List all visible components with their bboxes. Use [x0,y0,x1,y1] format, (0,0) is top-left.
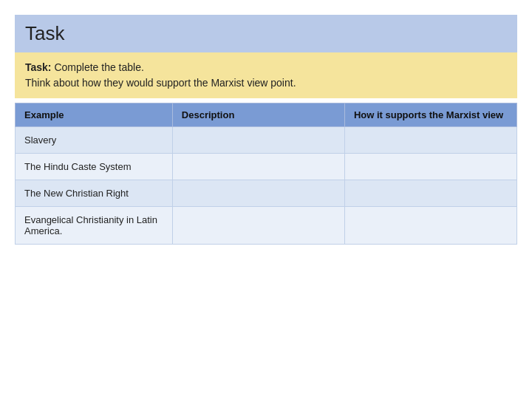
col-header-description: Description [172,103,344,127]
table-row: The Hindu Caste System [16,154,517,180]
page-title: Task [25,22,507,45]
instruction-bold-prefix: Task: [25,61,52,73]
page-container: Task Task: Complete the table. Think abo… [15,15,517,245]
table-cell-r3-c0: Evangelical Christianity in Latin Americ… [16,207,173,245]
table-cell-r0-c2 [344,127,516,154]
table-cell-r1-c0: The Hindu Caste System [16,154,173,180]
col-header-example: Example [16,103,173,127]
table-row: Slavery [16,127,517,154]
table-cell-r3-c1 [172,207,344,245]
table-row: The New Christian Right [16,180,517,207]
table-header-row: Example Description How it supports the … [16,103,517,127]
table-cell-r0-c0: Slavery [16,127,173,154]
table-cell-r2-c2 [344,180,516,207]
task-table: Example Description How it supports the … [15,103,517,245]
table-cell-r2-c0: The New Christian Right [16,180,173,207]
title-bar: Task [15,15,517,52]
instruction-line1: Complete the table. [52,61,144,73]
table-cell-r0-c1 [172,127,344,154]
instruction-line2: Think about how they would support the M… [25,77,296,89]
table-cell-r2-c1 [172,180,344,207]
table-cell-r1-c1 [172,154,344,180]
table-cell-r3-c2 [344,207,516,245]
instruction-prefix: Task: Complete the table. [25,61,144,73]
table-cell-r1-c2 [344,154,516,180]
table-row: Evangelical Christianity in Latin Americ… [16,207,517,245]
col-header-marxist: How it supports the Marxist view [344,103,516,127]
instruction-bar: Task: Complete the table. Think about ho… [15,52,517,98]
